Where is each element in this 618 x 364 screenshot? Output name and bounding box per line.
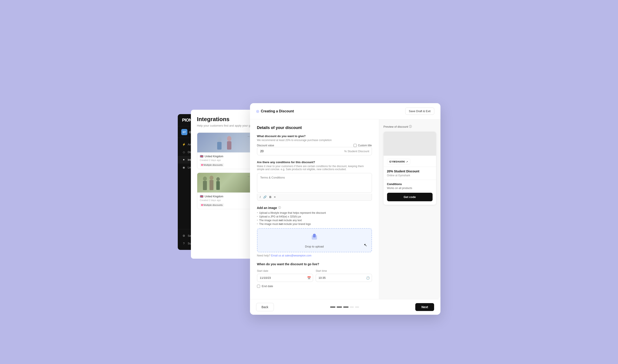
svg-rect-11 <box>209 180 213 190</box>
date-time-row: Start date 📅 Start time 🕐 <box>257 269 372 282</box>
start-time-field: Start time 🕐 <box>316 269 372 282</box>
form-section-title: Details of your discount <box>257 126 372 130</box>
modal-body: Details of your discount What discount d… <box>250 119 440 299</box>
image-req-3: The image must not include your brand lo… <box>257 222 372 226</box>
preview-card: GYMSHARK ↗ 20% Student Discount Online a… <box>384 132 436 205</box>
svg-rect-1 <box>217 142 221 150</box>
next-button[interactable]: Next <box>415 303 434 311</box>
help-link[interactable]: Email us at sales@wearepion.com <box>271 254 311 257</box>
progress-dot-4 <box>355 307 359 308</box>
go-live-group: When do you want the discount to go live… <box>257 262 372 288</box>
tag-dot <box>201 164 203 166</box>
card-body-0: 🇬🇧 United Kingdom Created 2 days ago Mul… <box>197 152 252 169</box>
preview-conditions-text: Works on all products <box>384 187 436 193</box>
discount-value-label: Discount value <box>257 144 274 147</box>
link-icon[interactable]: 🔗 <box>263 195 267 199</box>
custom-title-checkbox[interactable] <box>354 144 357 147</box>
card-tags-0: Multiple discounts <box>200 163 250 167</box>
modal-footer: Back Next <box>250 299 440 315</box>
gymshark-logo-text: GYMSHARK <box>389 160 405 163</box>
upload-icon <box>310 233 319 243</box>
italic-icon[interactable]: I <box>260 195 261 199</box>
discounts-icon: ◇ <box>182 150 186 154</box>
card-image-2: ··· <box>197 173 252 193</box>
modal-header: ◎ Creating a Discount Save Draft & Exit <box>250 103 440 119</box>
progress-dot-3 <box>350 307 354 308</box>
preview-discount-sub: Online at Gymshark <box>384 174 436 180</box>
card-tag-0: Multiple discounts <box>200 163 224 167</box>
support-icon: ? <box>182 242 186 245</box>
preview-discount-title: 20% Student Discount <box>384 167 436 174</box>
svg-rect-3 <box>227 141 232 150</box>
card-body-2: 🇬🇧 United Kingdom Created 2 days ago Mul… <box>197 193 252 209</box>
end-date-row: End date <box>257 285 372 288</box>
help-text: Need help? Email us at sales@wearepion.c… <box>257 254 372 257</box>
discount-input-wrapper: % Student Discount <box>257 147 372 155</box>
conditions-question: Are there any conditions for this discou… <box>257 160 372 164</box>
person-silhouette-uk2 <box>199 174 226 193</box>
preview-label: Preview of discount ⓘ <box>384 125 436 129</box>
card-flag-0: 🇬🇧 <box>200 155 203 158</box>
progress-dot-1 <box>337 307 342 308</box>
start-date-input[interactable] <box>257 274 313 282</box>
start-time-label: Start time <box>316 269 372 273</box>
card-country-2: United Kingdom <box>205 195 223 198</box>
card-created-2: Created 2 days ago <box>200 199 250 201</box>
preview-info-icon: ⓘ <box>409 125 412 129</box>
conditions-hint: Make it clear to your customers if there… <box>257 165 372 171</box>
upload-svg <box>310 233 319 241</box>
drop-text: Drop to upload <box>305 245 323 248</box>
discount-suffix: % Student Discount <box>344 150 369 153</box>
svg-point-10 <box>209 176 213 180</box>
textarea-toolbar: I 🔗 B ≡ <box>257 194 372 201</box>
add-image-label: Add an image ⓘ <box>257 206 372 210</box>
preview-panel: Preview of discount ⓘ GYMSHARK ↗ 20% Stu… <box>379 119 440 299</box>
modal-title-row: ◎ Creating a Discount <box>256 109 294 113</box>
preview-conditions-title: Conditions <box>384 180 436 187</box>
image-requirements: Upload a lifestyle image that helps repr… <box>257 211 372 226</box>
preview-image-area <box>384 132 436 156</box>
settings-icon: ⚙ <box>182 234 186 237</box>
start-date-label: Start date <box>257 269 313 273</box>
start-time-input[interactable] <box>316 274 372 282</box>
tag-dot <box>201 204 203 206</box>
discount-value-group: What discount do you want to give? We re… <box>257 134 372 155</box>
terms-textarea[interactable] <box>257 173 372 193</box>
svg-point-2 <box>227 136 232 141</box>
bold-icon[interactable]: B <box>269 195 271 199</box>
drop-zone[interactable]: Drop to upload ↖ <box>257 228 372 252</box>
end-date-label: End date <box>262 285 273 288</box>
card-flag-2: 🇬🇧 <box>200 195 203 198</box>
analytics-icon: ⚡ <box>182 143 186 146</box>
list-icon[interactable]: ≡ <box>274 195 276 199</box>
card-tags-2: Multiple discounts <box>200 203 250 207</box>
start-time-input-wrapper: 🕐 <box>316 274 372 282</box>
progress-dots <box>330 307 359 308</box>
progress-dot-2 <box>343 307 348 308</box>
svg-point-12 <box>216 177 220 181</box>
custom-title-label: Custom title <box>358 144 372 147</box>
svg-point-8 <box>203 177 207 181</box>
back-button[interactable]: Back <box>256 303 274 311</box>
person-silhouette <box>212 134 238 152</box>
gymshark-logo: GYMSHARK ↗ <box>387 159 410 165</box>
custom-title-row: Custom title <box>354 144 372 147</box>
discount-field-row: Discount value Custom title <box>257 144 372 147</box>
preview-logo-area: GYMSHARK ↗ <box>384 156 436 167</box>
save-draft-button[interactable]: Save Draft & Exit <box>405 107 434 115</box>
discount-question: What discount do you want to give? <box>257 134 372 138</box>
card-country-0: United Kingdom <box>205 155 223 158</box>
conditions-group: Are there any conditions for this discou… <box>257 160 372 201</box>
integration-card-0[interactable]: ··· 🇬🇧 United Kingdom <box>197 132 253 169</box>
modal-form: Details of your discount What discount d… <box>250 119 379 299</box>
card-tag-2: Multiple discounts <box>200 203 224 207</box>
start-date-input-wrapper: 📅 <box>257 274 313 282</box>
cursor-icon: ↖ <box>364 243 367 247</box>
svg-point-0 <box>217 137 221 142</box>
get-code-button[interactable]: Get code <box>387 193 433 201</box>
integration-card-2[interactable]: ··· 🇬🇧 <box>197 173 253 209</box>
leads-icon: ◉ <box>182 166 186 169</box>
image-group: Add an image ⓘ Upload a lifestyle image … <box>257 206 372 257</box>
org-avatar: GY <box>181 129 187 135</box>
end-date-checkbox[interactable] <box>257 285 260 288</box>
